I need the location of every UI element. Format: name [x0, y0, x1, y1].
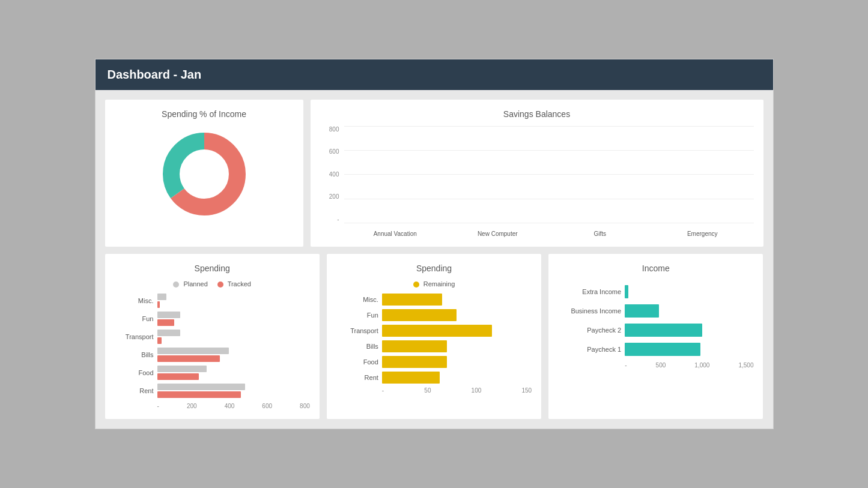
mid-fun-bar-area — [382, 309, 532, 321]
income-extra-bar — [625, 285, 628, 298]
mid-misc-label: Misc. — [336, 296, 378, 303]
savings-y-axis: 800 600 400 200 - — [320, 126, 342, 223]
donut-chart — [156, 126, 252, 222]
donut-container — [115, 126, 294, 222]
income-paycheck2-row: Paycheck 2 — [558, 324, 753, 337]
income-paycheck1-label: Paycheck 1 — [558, 346, 621, 353]
mid-bills-bar — [382, 340, 447, 352]
mid-bills-label: Bills — [336, 343, 378, 350]
spending-mid-bars: Misc. Fun Transport — [336, 294, 532, 384]
mid-food-bar — [382, 356, 447, 368]
income-business-bar — [625, 304, 659, 318]
spending-mid-title: Spending — [336, 264, 532, 273]
mid-bills-row: Bills — [336, 340, 532, 352]
rent-tracked-bar — [157, 391, 241, 398]
hbar-bills: Bills — [115, 348, 310, 362]
hbar-bills-bars — [157, 348, 310, 362]
savings-chart-area: 800 600 400 200 - — [320, 126, 754, 237]
income-card: Income Extra Income Business Income — [548, 254, 763, 419]
spending-left-x-axis: - 200 400 600 800 — [157, 403, 310, 409]
hbar-misc: Misc. — [115, 294, 310, 308]
income-extra-label: Extra Income — [558, 288, 621, 295]
mid-misc-bar — [382, 294, 442, 306]
dashboard-title: Dashboard - Jan — [108, 68, 202, 81]
misc-planned-bar — [157, 294, 167, 300]
y-label-800: 800 — [320, 126, 339, 133]
mid-bills-bar-area — [382, 340, 532, 352]
mid-transport-row: Transport — [336, 325, 532, 337]
mid-fun-label: Fun — [336, 312, 378, 319]
y-label-0: - — [320, 216, 339, 223]
mid-misc-bar-area — [382, 294, 532, 306]
hbar-transport: Transport — [115, 330, 310, 344]
top-row: Spending % of Income Savings Balances — [105, 100, 763, 247]
spending-left-card: Spending Planned Tracked Misc. — [105, 254, 320, 419]
income-paycheck1-row: Paycheck 1 — [558, 343, 753, 356]
food-planned-bar — [157, 366, 207, 372]
income-business-label: Business Income — [558, 307, 621, 315]
misc-tracked-bar — [157, 301, 160, 308]
spending-left-legend: Planned Tracked — [115, 280, 310, 288]
income-business-bar-area — [625, 304, 753, 318]
savings-x-labels: Annual Vacation New Computer Gifts Emerg… — [344, 223, 754, 237]
hbar-rent-bars — [157, 384, 310, 398]
food-tracked-bar — [157, 373, 199, 380]
legend-tracked: Tracked — [217, 280, 251, 288]
remaining-dot — [413, 282, 419, 288]
bills-tracked-bar — [157, 355, 220, 362]
donut-card: Spending % of Income — [105, 100, 303, 247]
savings-label-emergency: Emergency — [651, 230, 754, 237]
tracked-dot — [217, 282, 223, 288]
savings-label-gifts: Gifts — [549, 230, 652, 237]
hbar-misc-label: Misc. — [115, 297, 154, 304]
fun-tracked-bar — [157, 319, 175, 326]
mid-rent-label: Rent — [336, 374, 378, 381]
rent-planned-bar — [157, 384, 245, 390]
mid-transport-bar — [382, 325, 492, 337]
planned-dot — [173, 282, 179, 288]
legend-planned: Planned — [173, 280, 207, 288]
transport-tracked-bar — [157, 337, 162, 344]
transport-planned-bar — [157, 330, 180, 336]
spending-mid-x-axis: - 50 100 150 — [382, 387, 532, 394]
hbar-fun: Fun — [115, 312, 310, 326]
income-extra-row: Extra Income — [558, 285, 753, 298]
hbar-misc-bars — [157, 294, 310, 308]
spending-left-title: Spending — [115, 264, 310, 273]
hbar-bills-label: Bills — [115, 351, 154, 358]
mid-food-bar-area — [382, 356, 532, 368]
income-title: Income — [558, 264, 753, 273]
income-extra-bar-area — [625, 285, 753, 298]
y-label-600: 600 — [320, 148, 339, 155]
bills-planned-bar — [157, 348, 229, 354]
income-bars: Extra Income Business Income Paycheck 2 — [558, 285, 753, 356]
savings-bars — [344, 126, 754, 223]
mid-fun-bar — [382, 309, 457, 321]
mid-fun-row: Fun — [336, 309, 532, 321]
y-label-400: 400 — [320, 171, 339, 178]
spending-mid-card: Spending Remaining Misc. Fun — [327, 254, 541, 419]
income-x-axis: - 500 1,000 1,500 — [625, 362, 753, 369]
income-paycheck1-bar — [625, 343, 700, 356]
donut-title: Spending % of Income — [115, 109, 294, 119]
mid-transport-bar-area — [382, 325, 532, 337]
income-paycheck1-bar-area — [625, 343, 753, 356]
legend-remaining: Remaining — [413, 280, 455, 288]
mid-rent-bar — [382, 372, 440, 384]
hbar-rent-label: Rent — [115, 387, 154, 394]
fun-planned-bar — [157, 312, 180, 318]
income-paycheck2-bar-area — [625, 324, 753, 337]
savings-label-vacation: Annual Vacation — [344, 230, 447, 237]
income-business-row: Business Income — [558, 304, 753, 318]
hbar-food: Food — [115, 366, 310, 380]
hbar-food-label: Food — [115, 369, 154, 376]
mid-misc-row: Misc. — [336, 294, 532, 306]
savings-title: Savings Balances — [320, 109, 754, 119]
spending-mid-legend: Remaining — [336, 280, 532, 288]
savings-label-computer: New Computer — [446, 230, 549, 237]
mid-food-row: Food — [336, 356, 532, 368]
dashboard-header: Dashboard - Jan — [96, 59, 773, 90]
hbar-food-bars — [157, 366, 310, 380]
svg-point-2 — [181, 151, 227, 197]
bottom-row: Spending Planned Tracked Misc. — [105, 254, 763, 419]
